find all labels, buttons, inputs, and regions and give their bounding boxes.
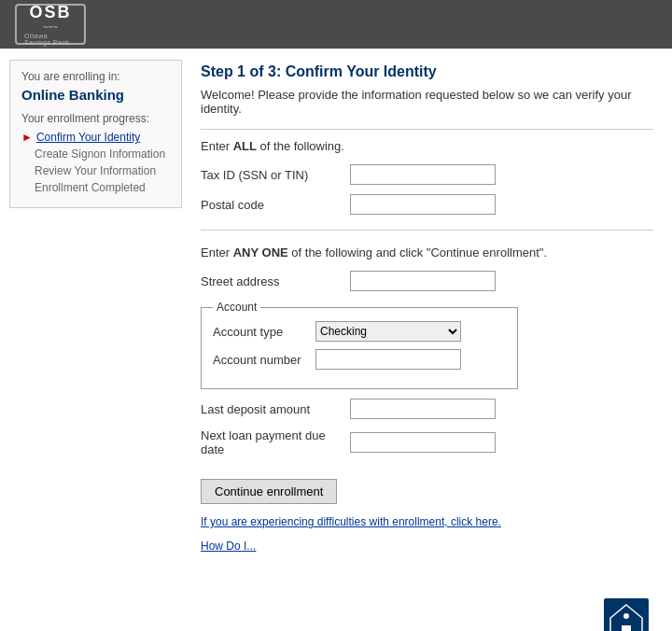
ehl-badge: EQUAL HOUSING LENDER EQUAL HOUSING LENDE… xyxy=(603,597,657,631)
sidebar-item-create-signon[interactable]: Create Signon Information xyxy=(35,147,165,161)
footer: Member FDIC EQUAL HOUSING LENDER EQUAL H… xyxy=(0,586,672,631)
sidebar: You are enrolling in: Online Banking You… xyxy=(9,60,182,208)
tax-id-input[interactable] xyxy=(350,164,496,185)
last-deposit-input[interactable] xyxy=(350,399,496,419)
sidebar-step-1: ► Confirm Your Identity xyxy=(21,131,170,144)
continue-enrollment-button[interactable]: Continue enrollment xyxy=(201,479,337,504)
enter-all-text: Enter xyxy=(201,139,230,153)
step-arrow-icon: ► xyxy=(21,131,33,144)
product-name: Online Banking xyxy=(21,87,170,103)
sidebar-step-3: Review Your Information xyxy=(21,164,170,177)
next-loan-row: Next loan payment due date xyxy=(201,428,653,456)
svg-point-3 xyxy=(623,613,629,619)
step-description: Welcome! Please provide the information … xyxy=(201,88,653,116)
divider-2 xyxy=(201,230,653,231)
main-layout: You are enrolling in: Online Banking You… xyxy=(0,49,672,568)
account-number-input[interactable] xyxy=(315,349,461,370)
account-type-select[interactable]: Checking Savings Money Market xyxy=(315,321,461,342)
divider-1 xyxy=(201,129,653,130)
account-number-row: Account number xyxy=(213,349,506,370)
street-address-row: Street address xyxy=(201,271,653,291)
logo-swoosh: ~~~ xyxy=(43,22,58,32)
difficulty-link[interactable]: If you are experiencing difficulties wit… xyxy=(201,515,653,528)
bank-logo: OSB ~~~ Ottawa Savings Bank xyxy=(15,4,86,45)
postal-code-label: Postal code xyxy=(201,198,350,212)
enter-all-bold: ALL xyxy=(233,139,257,153)
postal-code-input[interactable] xyxy=(350,194,496,215)
step-heading: Step 1 of 3: Confirm Your Identity xyxy=(201,63,653,80)
step-arrow-placeholder3 xyxy=(21,181,31,194)
sidebar-step-4: Enrollment Completed xyxy=(21,181,170,194)
step-arrow-placeholder2 xyxy=(21,164,31,177)
postal-code-row: Postal code xyxy=(201,194,653,215)
step-arrow-placeholder xyxy=(21,147,31,161)
how-do-i-link[interactable]: How Do I... xyxy=(201,540,653,553)
sidebar-item-confirm-identity[interactable]: Confirm Your Identity xyxy=(36,131,140,144)
account-legend: Account xyxy=(213,301,260,314)
account-type-row: Account type Checking Savings Money Mark… xyxy=(213,321,506,342)
logo-subtitle: Ottawa Savings Bank xyxy=(24,33,77,46)
street-address-label: Street address xyxy=(201,274,350,288)
continue-btn-container: Continue enrollment xyxy=(201,470,653,504)
progress-label: Your enrollment progress: xyxy=(21,112,170,125)
tax-id-label: Tax ID (SSN or TIN) xyxy=(201,168,350,182)
last-deposit-label: Last deposit amount xyxy=(201,402,350,416)
content-area: Step 1 of 3: Confirm Your Identity Welco… xyxy=(191,60,663,556)
enter-any-suffix: of the following and click "Continue enr… xyxy=(291,245,547,259)
street-address-input[interactable] xyxy=(350,271,496,291)
enter-any-bold: ANY ONE xyxy=(233,245,288,259)
enter-all-suffix: of the following. xyxy=(260,139,344,153)
account-type-label: Account type xyxy=(213,325,315,339)
enter-any-text: Enter xyxy=(201,245,230,259)
header: OSB ~~~ Ottawa Savings Bank xyxy=(0,0,672,49)
sidebar-item-review-info[interactable]: Review Your Information xyxy=(35,164,156,177)
enrolling-label: You are enrolling in: xyxy=(21,70,170,83)
sidebar-steps: ► Confirm Your Identity Create Signon In… xyxy=(21,131,170,194)
enter-all-label: Enter ALL of the following. xyxy=(201,139,653,153)
enter-any-label: Enter ANY ONE of the following and click… xyxy=(201,245,653,259)
svg-rect-2 xyxy=(622,625,631,631)
sidebar-step-2: Create Signon Information xyxy=(21,147,170,161)
next-loan-label: Next loan payment due date xyxy=(201,428,350,456)
sidebar-item-enrollment-completed[interactable]: Enrollment Completed xyxy=(35,181,146,194)
logo-initials: OSB xyxy=(29,4,71,21)
account-fieldset: Account Account type Checking Savings Mo… xyxy=(201,301,518,389)
account-number-label: Account number xyxy=(213,353,315,367)
ehl-icon: EQUAL HOUSING LENDER xyxy=(603,597,650,631)
next-loan-input[interactable] xyxy=(350,432,496,453)
last-deposit-row: Last deposit amount xyxy=(201,399,653,419)
tax-id-row: Tax ID (SSN or TIN) xyxy=(201,164,653,185)
